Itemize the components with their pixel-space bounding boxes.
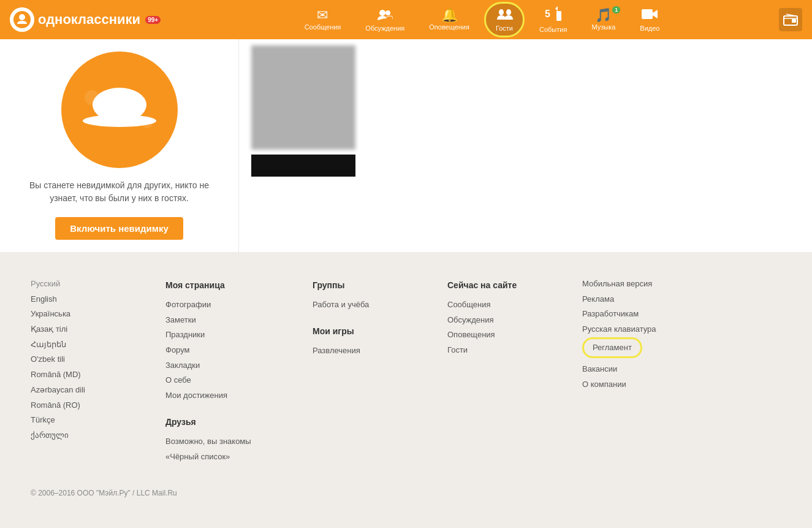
nav-notifications[interactable]: 🔔 Оповещения [419,5,479,34]
svg-point-2 [379,10,385,16]
footer-friends-title: Друзья [165,413,300,430]
footer-link-blacklist[interactable]: «Чёрный список» [165,450,300,465]
footer-onsite-title: Сейчас на сайте [447,277,570,294]
guest-photo-blurred [251,45,355,150]
main-nav: ✉ Сообщения Обсуждения 🔔 Оповещения [185,2,779,37]
footer-link-messages[interactable]: Сообщения [447,297,570,313]
logo-badge: 99+ [145,16,161,24]
video-icon [641,7,658,23]
enable-invisible-button[interactable]: Включить невидимку [55,217,183,240]
svg-rect-8 [642,9,653,19]
footer-link-bookmarks[interactable]: Закладки [165,358,300,373]
footer-link-notifications[interactable]: Оповещения [447,327,570,343]
footer-link-regulations[interactable]: Регламент [582,337,642,359]
footer-link-photos[interactable]: Фотографии [165,297,300,313]
nav-discussions[interactable]: Обсуждения [355,4,414,36]
footer-link-guests[interactable]: Гости [447,343,570,358]
nav-messages-label: Сообщения [305,23,341,31]
svg-point-14 [83,115,156,127]
invisible-promo-panel: Вы станете невидимкой для других, никто … [0,39,239,252]
footer-lang-uzbek[interactable]: O'zbek tili [31,352,153,367]
footer-lang-romanian-md[interactable]: Română (MD) [31,367,153,383]
footer-lang-english[interactable]: English [31,292,153,307]
nav-guests[interactable]: Гости [484,2,525,37]
footer-link-achievements[interactable]: Мои достижения [165,388,300,404]
footer-link-about[interactable]: О себе [165,373,300,388]
invisible-description: Вы станете невидимкой для других, никто … [18,179,220,205]
music-badge: 1 [612,6,620,13]
nav-video-label: Видео [640,25,659,32]
footer-link-ads[interactable]: Реклама [582,292,717,307]
nav-discussions-label: Обсуждения [365,25,404,32]
svg-text:5: 5 [545,9,550,19]
footer-copyright: © 2006–2016 ООО "Мэйл.Ру" / LLC Mail.Ru [31,489,781,497]
footer-lang-armenian[interactable]: Հայերեն [31,337,153,353]
nav-guests-label: Гости [496,25,513,32]
main-content: Вы станете невидимкой для других, никто … [0,39,812,252]
logo-icon [10,7,34,32]
nav-notifications-label: Оповещения [429,23,469,31]
nav-video[interactable]: Видео [630,4,669,36]
avatar-placeholder [61,52,178,168]
footer-link-vacancies[interactable]: Вакансии [582,362,717,377]
guests-icon [496,7,513,23]
footer-link-entertainment[interactable]: Развлечения [313,343,435,359]
footer-onsite-col: Сейчас на сайте Сообщения Обсуждения Опо… [447,277,570,464]
footer-games-title: Мои игры [313,323,435,340]
svg-rect-10 [792,19,796,23]
footer-link-keyboard[interactable]: Русская клавиатура [582,322,717,337]
footer-link-work-study[interactable]: Работа и учёба [313,297,435,313]
footer-link-holidays[interactable]: Праздники [165,327,300,343]
footer-lang-romanian-ro[interactable]: Română (RO) [31,398,153,413]
footer-grid: Русский English Українська Қазақ тілі Հա… [31,277,781,464]
guest-name-hidden [251,155,355,177]
header-right [779,8,802,31]
footer-groups-col: Группы Работа и учёба Мои игры Развлечен… [313,277,435,464]
footer-lang-georgian[interactable]: ქართული [31,428,153,443]
music-icon: 🎵 [595,9,612,22]
footer: Русский English Українська Қазақ тілі Հա… [0,252,812,516]
footer-mypage-col: Моя страница Фотографии Заметки Праздник… [165,277,300,464]
footer-lang-turkish[interactable]: Türkçe [31,413,153,428]
footer-link-notes[interactable]: Заметки [165,313,300,328]
footer-link-maybe-know[interactable]: Возможно, вы знакомы [165,434,300,450]
footer-lang-ukrainian[interactable]: Українська [31,307,153,322]
nav-events[interactable]: 5 События [529,2,577,37]
svg-point-4 [499,9,504,15]
wallet-icon[interactable] [779,8,802,31]
footer-groups-title: Группы [313,277,435,294]
events-icon: 5 [544,6,563,25]
footer-lang-current: Русский [31,279,60,288]
footer-link-company[interactable]: О компании [582,377,717,392]
footer-languages-col: Русский English Українська Қазақ тілі Հա… [31,277,153,464]
footer-link-mobile[interactable]: Мобильная версия [582,277,717,292]
guest-card [251,45,800,177]
footer-services-col: Мобильная версия Реклама Разработчикам Р… [582,277,717,464]
messages-icon: ✉ [317,9,328,22]
svg-point-3 [385,10,390,15]
logo[interactable]: одноклассники 99+ [10,7,161,32]
footer-lang-azerbaijani[interactable]: Azərbaycan dili [31,383,153,398]
discussions-icon [377,7,393,23]
nav-music-label: Музыка [591,23,615,31]
svg-point-1 [19,14,25,20]
footer-link-discussions[interactable]: Обсуждения [447,313,570,328]
notifications-icon: 🔔 [441,9,458,22]
footer-link-forum[interactable]: Форум [165,343,300,358]
footer-mypage-title: Моя страница [165,277,300,294]
guest-panel [239,39,812,252]
nav-messages[interactable]: ✉ Сообщения [295,5,351,34]
svg-rect-7 [556,11,561,21]
header: одноклассники 99+ ✉ Сообщения Обсуждения… [0,0,812,39]
footer-link-developers[interactable]: Разработчикам [582,307,717,322]
footer-lang-kazakh[interactable]: Қазақ тілі [31,322,153,337]
svg-point-5 [506,9,511,15]
nav-music[interactable]: 1 🎵 Музыка [582,5,625,34]
nav-events-label: События [539,26,567,33]
logo-text: одноклассники [38,12,140,28]
